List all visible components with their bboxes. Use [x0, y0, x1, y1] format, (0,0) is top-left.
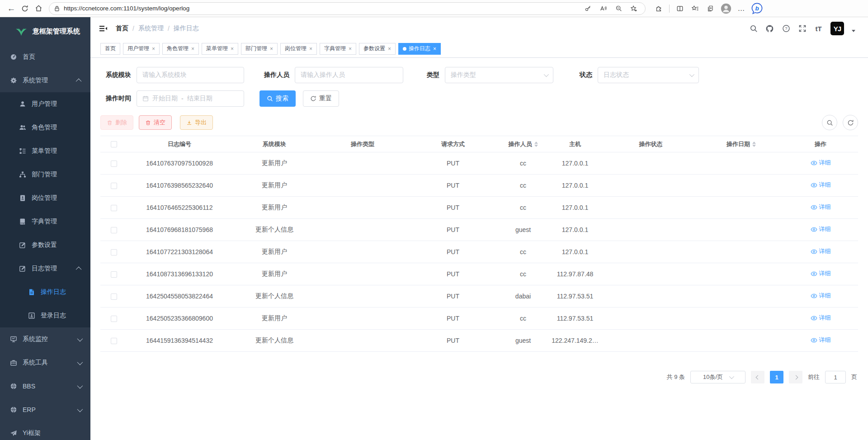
status-select[interactable]: 日志状态	[598, 67, 699, 83]
favorites-icon[interactable]	[689, 2, 702, 15]
detail-link[interactable]: 详细	[811, 270, 831, 278]
row-checkbox[interactable]	[111, 271, 117, 278]
browser-refresh-icon[interactable]	[18, 2, 32, 15]
sidebar-item-操作日志[interactable]: 操作日志	[0, 280, 90, 304]
prev-page-button[interactable]	[751, 371, 764, 383]
tab-角色管理[interactable]: 角色管理×	[162, 43, 199, 55]
sidebar-item-系统监控[interactable]: 系统监控	[0, 327, 90, 351]
zoom-out-icon[interactable]	[612, 2, 625, 15]
row-checkbox[interactable]	[111, 249, 117, 255]
help-icon[interactable]: ?	[782, 24, 790, 33]
detail-link[interactable]: 详细	[811, 336, 831, 344]
sidebar-item-岗位管理[interactable]: 岗位管理	[0, 186, 90, 210]
sidebar-item-系统工具[interactable]: 系统工具	[0, 351, 90, 374]
refresh-table-button[interactable]	[843, 115, 858, 130]
tab-操作日志[interactable]: 操作日志×	[398, 43, 441, 55]
row-checkbox[interactable]	[111, 316, 117, 322]
detail-link[interactable]: 详细	[811, 159, 831, 167]
sidebar-item-菜单管理[interactable]: 菜单管理	[0, 139, 90, 163]
sidebar-item-登录日志[interactable]: 登录日志	[0, 304, 90, 327]
sidebar-item-用户管理[interactable]: 用户管理	[0, 92, 90, 116]
operator-input[interactable]: 请输入操作人员	[295, 67, 403, 83]
breadcrumb-home[interactable]: 首页	[116, 24, 128, 33]
url-text[interactable]: https://ccnetcore.com:1101/system/log/op…	[64, 5, 581, 12]
extensions-icon[interactable]	[652, 2, 665, 15]
row-checkbox[interactable]	[111, 293, 117, 300]
sidebar-item-参数设置[interactable]: 参数设置	[0, 233, 90, 257]
more-menu-icon[interactable]: …	[735, 2, 748, 15]
bing-chat-icon[interactable]: b	[750, 2, 764, 15]
browser-home-icon[interactable]	[32, 2, 45, 15]
detail-link[interactable]: 详细	[811, 225, 831, 233]
search-button[interactable]: 搜索	[259, 90, 296, 107]
breadcrumb-system[interactable]: 系统管理	[138, 24, 164, 33]
sidebar-item-Yi框架[interactable]: Yi框架	[0, 421, 90, 440]
export-button[interactable]: 导出	[180, 115, 213, 130]
row-checkbox[interactable]	[111, 338, 117, 344]
sort-caret-icon[interactable]	[534, 142, 538, 147]
detail-link[interactable]: 详细	[811, 181, 831, 189]
tab-用户管理[interactable]: 用户管理×	[123, 43, 160, 55]
add-favorite-icon[interactable]	[627, 2, 641, 15]
user-avatar[interactable]: YJ	[830, 22, 844, 35]
page-size-select[interactable]: 10条/页	[690, 371, 745, 383]
close-icon[interactable]: ×	[231, 46, 234, 52]
sidebar-item-首页[interactable]: 首页	[0, 45, 90, 69]
module-input[interactable]: 请输入系统模块	[137, 67, 244, 83]
close-icon[interactable]: ×	[349, 46, 352, 52]
menu-fold-icon[interactable]	[99, 24, 108, 33]
sidebar-item-日志管理[interactable]: 日志管理	[0, 257, 90, 280]
address-bar[interactable]: https://ccnetcore.com:1101/system/log/op…	[49, 2, 646, 15]
tab-岗位管理[interactable]: 岗位管理×	[280, 43, 317, 55]
search-icon[interactable]	[749, 24, 758, 33]
detail-link[interactable]: 详细	[811, 292, 831, 300]
browser-back-icon[interactable]: ←	[5, 2, 18, 15]
sidebar-item-角色管理[interactable]: 角色管理	[0, 116, 90, 139]
tab-字典管理[interactable]: 字典管理×	[320, 43, 356, 55]
close-icon[interactable]: ×	[309, 46, 312, 52]
sidebar-item-字典管理[interactable]: 字典管理	[0, 210, 90, 233]
tab-部门管理[interactable]: 部门管理×	[241, 43, 278, 55]
delete-button[interactable]: 删除	[100, 115, 133, 130]
date-range-input[interactable]: 开始日期 - 结束日期	[137, 90, 244, 107]
column-header-操作日期[interactable]: 操作日期	[699, 136, 783, 152]
collections-icon[interactable]	[704, 2, 717, 15]
column-header-操作人员[interactable]: 操作人员	[498, 136, 548, 152]
row-checkbox[interactable]	[111, 183, 117, 189]
next-page-button[interactable]	[789, 371, 802, 383]
github-icon[interactable]	[765, 24, 774, 33]
page-number-button[interactable]: 1	[770, 371, 783, 383]
type-select[interactable]: 操作类型	[445, 67, 553, 83]
close-icon[interactable]: ×	[191, 46, 194, 52]
close-icon[interactable]: ×	[152, 46, 155, 52]
detail-link[interactable]: 详细	[811, 247, 831, 255]
detail-link[interactable]: 详细	[811, 314, 831, 322]
row-checkbox[interactable]	[111, 227, 117, 233]
tab-菜单管理[interactable]: 菜单管理×	[202, 43, 238, 55]
reset-button[interactable]: 重置	[303, 90, 339, 107]
sidebar-item-部门管理[interactable]: 部门管理	[0, 163, 90, 186]
clear-button[interactable]: 清空	[139, 115, 172, 130]
close-icon[interactable]: ×	[388, 46, 391, 52]
fullscreen-icon[interactable]	[798, 24, 807, 33]
password-key-icon[interactable]	[581, 2, 594, 15]
font-size-icon[interactable]: tT	[814, 24, 823, 33]
read-aloud-icon[interactable]	[596, 2, 610, 15]
select-all-checkbox[interactable]	[111, 141, 117, 147]
sidebar-item-系统管理[interactable]: 系统管理	[0, 69, 90, 92]
goto-page-input[interactable]	[825, 371, 846, 383]
detail-link[interactable]: 详细	[811, 203, 831, 211]
sort-caret-icon[interactable]	[752, 142, 756, 147]
tab-参数设置[interactable]: 参数设置×	[359, 43, 396, 55]
tab-首页[interactable]: 首页	[100, 43, 120, 55]
sidebar-item-ERP[interactable]: ERP	[0, 398, 90, 421]
chevron-down-icon[interactable]	[852, 30, 855, 32]
close-icon[interactable]: ×	[433, 46, 436, 52]
toggle-search-button[interactable]	[822, 115, 837, 130]
close-icon[interactable]: ×	[270, 46, 273, 52]
row-checkbox[interactable]	[111, 161, 117, 167]
row-checkbox[interactable]	[111, 205, 117, 211]
profile-avatar[interactable]	[719, 2, 733, 15]
sidebar-item-BBS[interactable]: BBS	[0, 374, 90, 398]
split-screen-icon[interactable]	[673, 2, 687, 15]
